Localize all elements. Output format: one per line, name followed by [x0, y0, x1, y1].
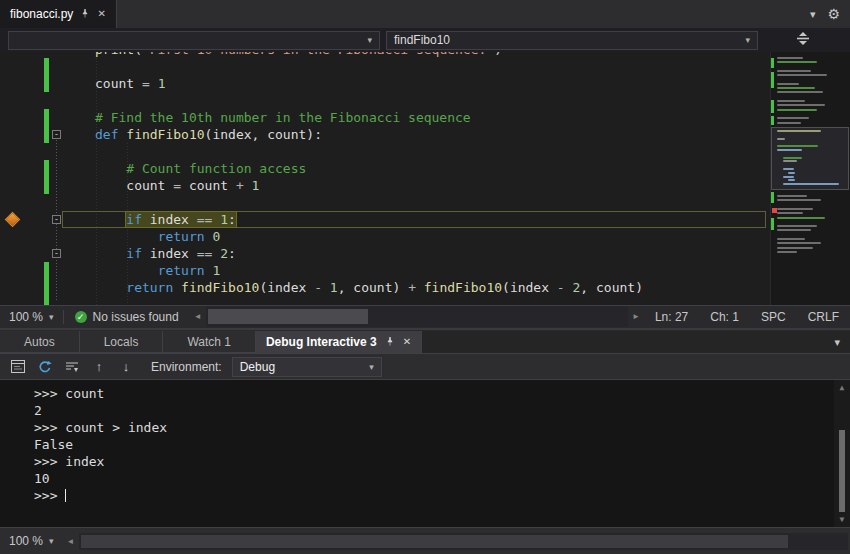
minimap-code-line — [777, 242, 821, 244]
tab-autos[interactable]: Autos — [0, 331, 80, 353]
minimap-code-line — [777, 70, 811, 72]
current-statement-highlight: if index == 1: — [126, 212, 236, 227]
reset-repl-icon[interactable] — [33, 356, 57, 377]
repl-zoom-dropdown[interactable]: 100 % ▾ — [0, 528, 63, 554]
code-line[interactable] — [0, 194, 769, 211]
types-dropdown[interactable]: ▾ — [8, 31, 380, 50]
clear-screen-icon[interactable] — [60, 356, 84, 377]
repl-hscroll-track[interactable] — [79, 533, 848, 550]
code-line[interactable] — [0, 92, 769, 109]
members-dropdown[interactable]: findFibo10 ▾ — [386, 31, 758, 50]
minimap-scrollbar[interactable] — [770, 52, 850, 305]
scroll-left-arrow-icon[interactable]: ◄ — [190, 312, 206, 321]
minimap-change-mark — [771, 58, 774, 68]
code-line[interactable]: # Find the 10th number in the Fibonacci … — [0, 109, 769, 126]
code-line[interactable]: return 1 — [0, 262, 769, 279]
history-previous-icon[interactable]: ↑ — [87, 356, 111, 377]
minimap-code-line — [777, 217, 825, 219]
code-line[interactable] — [0, 296, 769, 305]
spaces-indicator[interactable]: SPC — [750, 310, 797, 324]
minimap-code-line — [783, 168, 795, 170]
code-line[interactable]: def findFibo10(index, count): — [0, 126, 769, 143]
scroll-left-arrow-icon[interactable]: ◄ — [63, 537, 79, 546]
code-line[interactable]: count = 1 — [0, 75, 769, 92]
tab-debug-interactive-3[interactable]: Debug Interactive 3 ✕ — [256, 331, 422, 353]
code-line[interactable]: if index == 2: — [0, 245, 769, 262]
fold-collapse-button[interactable]: - — [52, 130, 61, 139]
editor-horizontal-scrollbar[interactable]: ◄ ► — [190, 306, 644, 327]
repl-vertical-scrollbar[interactable]: ▲ ▼ — [834, 380, 850, 527]
minimap-change-mark — [771, 192, 774, 203]
change-indicator — [44, 75, 49, 92]
repl-input-line[interactable]: >>> — [34, 487, 830, 504]
document-tabstrip: fibonacci.py ✕ ▾ ⚙ — [0, 0, 850, 28]
minimap-code-line — [788, 172, 795, 174]
panel-statusbar: 100 % ▾ ◄ — [0, 527, 850, 554]
interactive-toolbar: ↑ ↓ Environment: Debug ▾ — [0, 353, 850, 379]
editor-statusbar: 100 % ▾ ✓ No issues found ◄ ► Ln: 27 Ch:… — [0, 305, 850, 327]
minimap-code-line — [777, 104, 825, 106]
change-indicator — [44, 126, 49, 143]
repl-output-line[interactable]: >>> index — [34, 453, 830, 470]
hscroll-thumb[interactable] — [208, 309, 368, 324]
minimap-code-line — [777, 100, 805, 102]
repl-output-line[interactable]: 2 — [34, 402, 830, 419]
tab-fibonacci-py[interactable]: fibonacci.py ✕ — [0, 0, 117, 28]
change-indicator — [44, 296, 49, 305]
cursor-position-info: Ln: 27 Ch: 1 SPC CRLF — [644, 310, 850, 324]
history-next-icon[interactable]: ↓ — [114, 356, 138, 377]
tab-watch-1[interactable]: Watch 1 — [163, 331, 256, 353]
scroll-up-arrow-icon[interactable]: ▲ — [834, 381, 850, 394]
code-line[interactable]: if index == 1: — [0, 211, 769, 228]
minimap-code-line — [777, 109, 817, 111]
code-area[interactable]: print("First 10 numbers in the Fibonacci… — [0, 52, 769, 305]
code-line[interactable] — [0, 143, 769, 160]
interactive-repl[interactable]: >>> count2>>> count > indexFalse>>> inde… — [0, 379, 850, 527]
minimap-code-line — [777, 87, 815, 89]
code-line[interactable]: return 0 — [0, 228, 769, 245]
code-token: 1 — [330, 280, 338, 295]
scroll-right-arrow-icon[interactable]: ► — [628, 312, 644, 321]
vscroll-thumb[interactable] — [839, 430, 845, 512]
change-indicator — [44, 109, 49, 126]
repl-output-line[interactable]: False — [34, 436, 830, 453]
tab-list-chevron-icon[interactable]: ▾ — [810, 8, 816, 21]
code-line[interactable]: count = count + 1 — [0, 177, 769, 194]
repl-output-line[interactable]: >>> count > index — [34, 419, 830, 436]
code-token — [95, 280, 126, 295]
pin-icon[interactable] — [385, 336, 395, 349]
change-indicator — [44, 177, 49, 194]
no-issues-check-icon: ✓ — [75, 311, 87, 323]
code-line[interactable] — [0, 58, 769, 75]
code-token: count — [189, 178, 236, 193]
line-ending-indicator[interactable]: CRLF — [797, 310, 850, 324]
close-tab-icon[interactable]: ✕ — [403, 337, 411, 347]
tab-locals[interactable]: Locals — [80, 331, 164, 353]
code-token: (index, count): — [205, 127, 322, 142]
code-line[interactable]: # Count function access — [0, 160, 769, 177]
repl-output-line[interactable]: 10 — [34, 470, 830, 487]
hscroll-track[interactable] — [206, 306, 628, 327]
panel-tab-chevron-icon[interactable]: ▾ — [834, 331, 850, 353]
code-token: # Count function access — [95, 161, 306, 176]
minimap-change-mark — [771, 72, 774, 88]
repl-hscroll-thumb[interactable] — [81, 535, 789, 548]
fold-collapse-button[interactable]: - — [52, 215, 61, 224]
close-tab-icon[interactable]: ✕ — [97, 9, 105, 19]
zoom-level-dropdown[interactable]: 100 % ▾ — [0, 306, 63, 327]
fold-collapse-button[interactable]: - — [52, 249, 61, 258]
code-line[interactable]: return findFibo10(index - 1, count) + fi… — [0, 279, 769, 296]
pin-icon[interactable] — [80, 8, 90, 21]
change-indicator — [44, 262, 49, 279]
split-editor-icon[interactable] — [796, 31, 810, 49]
repl-output-line[interactable]: >>> count — [34, 385, 830, 402]
panel-tabstrip: Autos Locals Watch 1 Debug Interactive 3… — [0, 331, 850, 353]
interactive-window-icon[interactable] — [6, 356, 30, 377]
document-health[interactable]: ✓ No issues found — [64, 310, 190, 324]
environment-value: Debug — [240, 360, 275, 374]
environment-dropdown[interactable]: Debug ▾ — [232, 357, 382, 377]
settings-gear-icon[interactable]: ⚙ — [827, 6, 840, 22]
scroll-down-arrow-icon[interactable]: ▼ — [834, 513, 850, 526]
code-token: 1 — [158, 76, 166, 91]
code-token: if — [126, 212, 149, 227]
